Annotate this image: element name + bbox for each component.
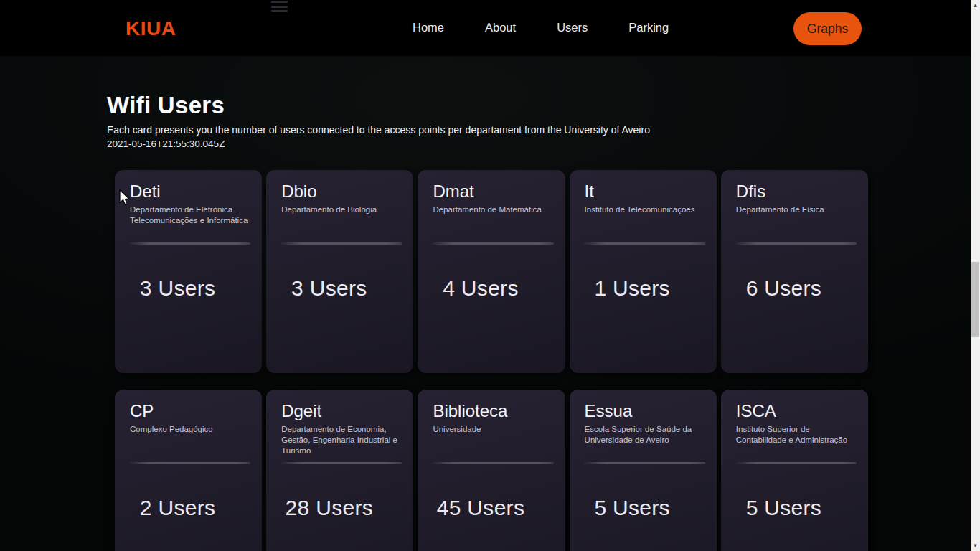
card-users-count: 4 Users — [418, 276, 543, 301]
card-divider — [432, 242, 553, 245]
card-title: ISCA — [736, 400, 859, 422]
department-card: Dfis Departamento de Física 6 Users — [721, 170, 868, 373]
department-card: Biblioteca Universidade 45 Users — [418, 390, 565, 551]
cards-grid: Deti Departamento de Eletrónica Telecomu… — [115, 170, 868, 551]
card-description: Escola Superior de Saúde da Universidade… — [585, 424, 708, 446]
nav-item-parking[interactable]: Parking — [628, 21, 669, 34]
scrollbar-thumb[interactable] — [971, 262, 979, 337]
card-title: Dmat — [433, 181, 556, 202]
graphs-button[interactable]: Graphs — [793, 12, 862, 45]
scroll-down-icon[interactable]: ▼ — [971, 540, 980, 551]
nav-item-home[interactable]: Home — [413, 21, 444, 34]
card-description: Departamento de Eletrónica Telecomunicaç… — [130, 204, 253, 226]
card-title: Biblioteca — [433, 400, 556, 422]
card-divider — [584, 462, 705, 464]
card-divider — [281, 242, 402, 245]
scroll-up-icon[interactable]: ▲ — [971, 0, 980, 11]
card-users-count: 5 Users — [570, 496, 695, 520]
card-title: Dgeit — [281, 400, 405, 422]
card-title: CP — [130, 400, 253, 422]
card-title: Deti — [130, 181, 253, 202]
card-users-count: 45 Users — [418, 496, 543, 520]
card-description: Departamento de Biologia — [281, 204, 405, 215]
card-divider — [281, 462, 402, 464]
card-description: Departamento de Matemática — [433, 204, 556, 215]
department-card: Dmat Departamento de Matemática 4 Users — [418, 170, 565, 373]
card-description: Departamento de Física — [736, 204, 859, 215]
page-timestamp: 2021-05-16T21:55:30.045Z — [107, 138, 870, 149]
card-description: Departamento de Economia, Gestão, Engenh… — [281, 424, 405, 456]
card-users-count: 2 Users — [115, 496, 240, 520]
department-card: Dbio Departamento de Biologia 3 Users — [266, 170, 413, 373]
card-description: Instituto Superior de Contabilidade e Ad… — [736, 424, 859, 446]
vertical-scrollbar[interactable]: ▲ ▼ — [971, 0, 980, 551]
card-divider — [584, 242, 705, 245]
card-divider — [735, 242, 857, 245]
card-users-count: 3 Users — [266, 276, 392, 301]
card-divider — [735, 462, 857, 464]
department-card: Essua Escola Superior de Saúde da Univer… — [570, 390, 717, 551]
card-divider — [129, 242, 250, 245]
nav-item-users[interactable]: Users — [557, 21, 588, 34]
card-description: Instituto de Telecomunicações — [585, 204, 708, 215]
card-description: Universidade — [433, 424, 556, 435]
department-card: Deti Departamento de Eletrónica Telecomu… — [115, 170, 262, 373]
main-area: Wifi Users Each card presents you the nu… — [0, 56, 980, 551]
department-card: ISCA Instituto Superior de Contabilidade… — [721, 390, 868, 551]
main-nav: Home About Users Parking — [413, 21, 669, 34]
page-title: Wifi Users — [107, 92, 870, 119]
department-card: Dgeit Departamento de Economia, Gestão, … — [266, 390, 413, 551]
card-users-count: 6 Users — [721, 276, 847, 301]
card-title: Dfis — [736, 181, 859, 202]
card-title: Essua — [585, 400, 708, 422]
card-users-count: 5 Users — [721, 496, 847, 520]
card-title: It — [585, 181, 708, 202]
department-card: It Instituto de Telecomunicações 1 Users — [570, 170, 717, 373]
hamburger-menu-icon[interactable] — [271, 1, 288, 12]
card-divider — [129, 462, 250, 464]
brand-logo[interactable]: KIUA — [126, 17, 176, 40]
nav-item-about[interactable]: About — [485, 21, 516, 34]
header: KIUA Home About Users Parking Graphs — [0, 0, 980, 56]
department-card: CP Complexo Pedagógico 2 Users — [115, 390, 262, 551]
page-subtitle: Each card presents you the number of use… — [107, 124, 870, 136]
card-title: Dbio — [281, 181, 405, 202]
card-users-count: 1 Users — [570, 276, 695, 301]
card-divider — [432, 462, 553, 464]
card-users-count: 28 Users — [266, 496, 392, 520]
card-users-count: 3 Users — [115, 276, 240, 301]
card-description: Complexo Pedagógico — [130, 424, 253, 435]
